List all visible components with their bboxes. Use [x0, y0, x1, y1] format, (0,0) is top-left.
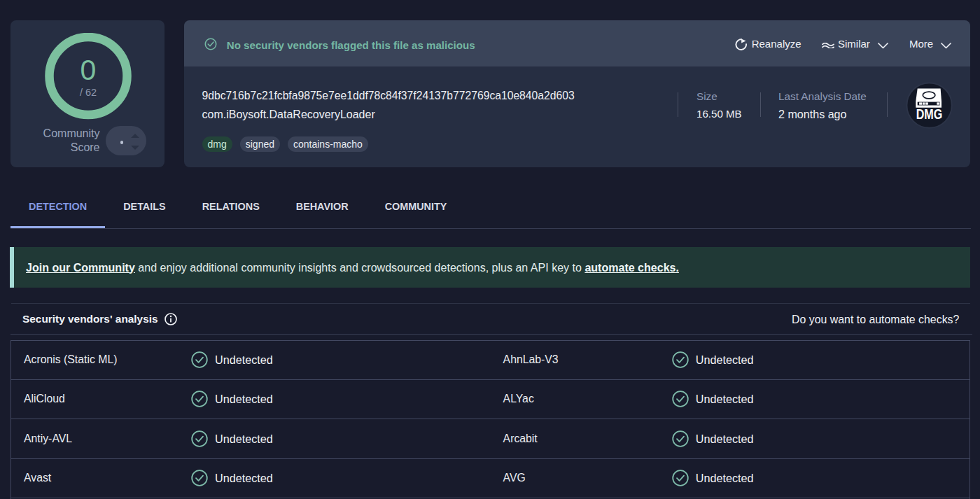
svg-text:DMG: DMG — [916, 106, 943, 122]
